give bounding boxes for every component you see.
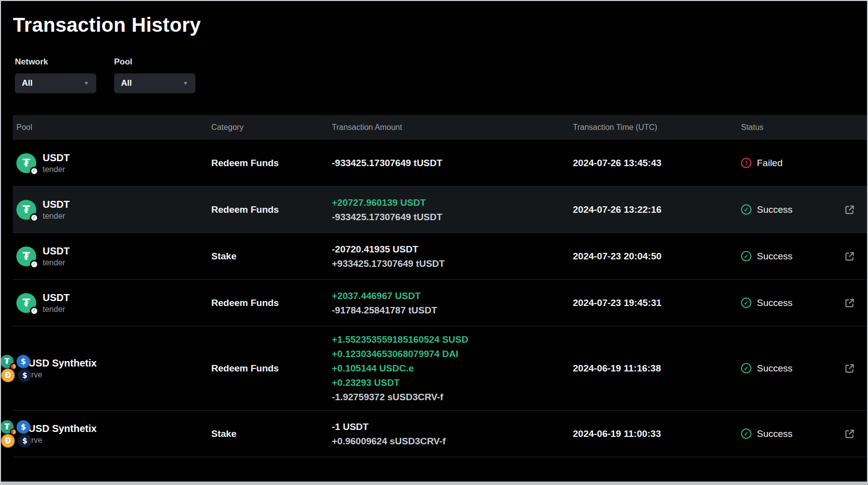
- status-label: Failed: [757, 158, 783, 169]
- network-dropdown-value: All: [22, 78, 33, 88]
- amount-line: +933425.17307649 tUSDT: [332, 256, 573, 271]
- pool-name: USDT: [43, 245, 69, 257]
- amount-line: -91784.25841787 tUSDT: [332, 303, 573, 317]
- status-icon: ✓: [741, 204, 751, 215]
- amount-line: +0.96009624 sUSD3CRV-f: [332, 434, 573, 448]
- status-label: Success: [757, 428, 793, 439]
- column-header-transaction-amount: Transaction Amount: [332, 123, 573, 132]
- external-link-icon[interactable]: [844, 250, 856, 262]
- transaction-history-page: Transaction History Network All ▼ Pool A…: [0, 0, 868, 485]
- pool-network-label: tender: [43, 258, 69, 267]
- category-cell: Redeem Funds: [211, 298, 332, 308]
- pool-network-label: tender: [43, 165, 69, 174]
- status-cell: ✓ Success: [741, 251, 842, 262]
- external-link-icon[interactable]: [844, 363, 856, 374]
- table-body: ₮✓ USDT tender Redeem Funds -933425.1730…: [13, 140, 867, 457]
- status-label: Success: [757, 363, 793, 374]
- column-header-pool: Pool: [13, 123, 211, 132]
- verified-badge-icon: ✓: [30, 306, 39, 315]
- pool-cell: ₮✓ USDT tender: [13, 292, 211, 314]
- chevron-down-icon: ▼: [83, 80, 89, 86]
- pool-cell: $Ð$₮ sUSD Synthetix curve: [13, 423, 211, 445]
- category-cell: Redeem Funds: [211, 363, 332, 374]
- column-header-category: Category: [211, 123, 332, 132]
- table-row: ₮✓ USDT tender Redeem Funds -933425.1730…: [13, 140, 867, 186]
- amount-line: -1.92759372 sUSD3CRV-f: [332, 390, 573, 404]
- dai-coin-icon: Ð: [1, 368, 15, 382]
- status-label: Success: [757, 298, 793, 308]
- pool-network-label: curve: [23, 370, 97, 379]
- usdc-coin-icon: $: [16, 420, 30, 434]
- usdt-coin-icon: ₮✓: [16, 293, 36, 313]
- pool-filter-label: Pool: [114, 57, 195, 67]
- transaction-amounts-cell: -1 USDT+0.96009624 sUSD3CRV-f: [332, 420, 573, 448]
- amount-line: -933425.17307649 tUSDT: [332, 156, 573, 170]
- status-cell: ✓ Success: [741, 204, 842, 215]
- amount-line: -933425.17307649 tUSDT: [332, 210, 573, 224]
- verified-badge-icon: ✓: [30, 213, 39, 222]
- table-row: $Ð$₮ sUSD Synthetix curve Redeem Funds +…: [13, 326, 867, 411]
- pool-cell: ₮✓ USDT tender: [13, 198, 211, 221]
- amount-line: +0.123034653068079974 DAI: [332, 347, 573, 361]
- network-badge-icon: [10, 363, 17, 370]
- status-cell: ✓ Success: [741, 363, 842, 374]
- amount-line: +0.23293 USDT: [332, 375, 573, 390]
- pool-name: USDT: [43, 198, 69, 211]
- pool-dropdown[interactable]: All ▼: [114, 73, 195, 93]
- pool-name: USDT: [43, 152, 69, 164]
- pool-network-label: curve: [23, 436, 97, 445]
- pool-network-label: tender: [43, 305, 69, 314]
- status-cell: ✓ Success: [741, 428, 842, 439]
- category-cell: Stake: [211, 251, 332, 262]
- table-row: ₮✓ USDT tender Redeem Funds +2037.446967…: [13, 280, 867, 326]
- pool-cell: ₮✓ USDT tender: [13, 245, 211, 267]
- usdt-coin-icon: ₮✓: [16, 200, 36, 220]
- external-link-icon[interactable]: [844, 428, 856, 440]
- status-icon: ✓: [741, 251, 751, 261]
- verified-badge-icon: ✓: [30, 260, 39, 269]
- pool-name: sUSD Synthetix: [23, 357, 97, 369]
- pool-name: USDT: [43, 292, 69, 304]
- dai-coin-icon: Ð: [1, 434, 15, 448]
- table-row: $Ð$₮ sUSD Synthetix curve Stake -1 USDT+…: [13, 411, 867, 457]
- status-cell: ✓ Success: [741, 298, 842, 308]
- amount-line: +0.105144 USDC.e: [332, 361, 573, 375]
- pool-cell: ₮✓ USDT tender: [13, 152, 211, 174]
- pool-dropdown-value: All: [121, 78, 132, 88]
- amount-line: +20727.960139 USDT: [332, 195, 573, 210]
- transaction-time-cell: 2024-07-23 20:04:50: [573, 251, 741, 262]
- page-title: Transaction History: [13, 14, 867, 36]
- susd-coin-icon: $: [18, 368, 32, 382]
- table-row: ₮✓ USDT tender Stake -20720.41935 USDT+9…: [13, 233, 867, 280]
- chevron-down-icon: ▼: [183, 80, 188, 86]
- column-header-transaction-time: Transaction Time (UTC): [573, 123, 741, 132]
- transaction-time-cell: 2024-06-19 11:00:33: [573, 428, 741, 439]
- network-badge-icon: [10, 428, 17, 435]
- status-icon: ✓: [741, 363, 751, 373]
- susd-coin-icon: $: [18, 434, 32, 448]
- status-icon: !: [741, 158, 751, 168]
- status-label: Success: [757, 251, 793, 262]
- transaction-time-cell: 2024-06-19 11:16:38: [573, 363, 741, 374]
- network-dropdown[interactable]: All ▼: [15, 73, 96, 93]
- amount-line: -1 USDT: [332, 420, 573, 434]
- pool-cell: $Ð$₮ sUSD Synthetix curve: [13, 357, 211, 379]
- column-header-status: Status: [741, 123, 842, 132]
- transaction-amounts-cell: -933425.17307649 tUSDT: [332, 156, 573, 170]
- filter-bar: Network All ▼ Pool All ▼: [15, 57, 867, 93]
- transaction-amounts-cell: +20727.960139 USDT-933425.17307649 tUSDT: [332, 195, 573, 224]
- category-cell: Redeem Funds: [211, 204, 332, 215]
- transaction-time-cell: 2024-07-26 13:45:43: [573, 158, 741, 169]
- category-cell: Stake: [211, 428, 332, 439]
- transaction-amounts-cell: +1.552353559185160524 SUSD+0.12303465306…: [332, 332, 573, 404]
- usdc-coin-icon: $: [16, 355, 30, 368]
- status-cell: ! Failed: [741, 158, 842, 169]
- usdt-coin-icon: ₮✓: [16, 153, 36, 173]
- status-label: Success: [757, 204, 793, 215]
- external-link-icon[interactable]: [844, 297, 856, 309]
- transaction-amounts-cell: -20720.41935 USDT+933425.17307649 tUSDT: [332, 242, 573, 271]
- transaction-time-cell: 2024-07-23 19:45:31: [573, 298, 741, 308]
- status-icon: ✓: [741, 298, 751, 308]
- external-link-icon[interactable]: [844, 204, 856, 216]
- amount-line: -20720.41935 USDT: [332, 242, 573, 256]
